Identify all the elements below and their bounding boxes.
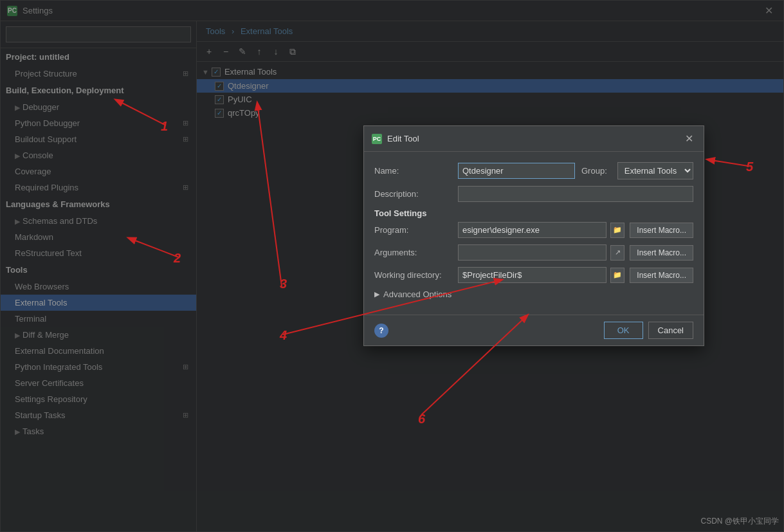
working-dir-label: Working directory:: [374, 270, 458, 280]
working-dir-input-group: 📁: [458, 267, 624, 283]
group-label: Group:: [581, 166, 607, 176]
arguments-row: Arguments: ↗ Insert Macro...: [374, 244, 693, 261]
program-row: Program: 📁 Insert Macro...: [374, 222, 693, 238]
program-label: Program:: [374, 225, 458, 235]
modal-title: Edit Tool: [387, 134, 682, 143]
description-input[interactable]: [458, 186, 693, 202]
ok-button[interactable]: OK: [604, 322, 643, 339]
arguments-input-group: ↗: [458, 244, 624, 261]
help-button[interactable]: ?: [374, 324, 388, 338]
modal-title-bar: PC Edit Tool ✕: [364, 126, 704, 152]
working-dir-input[interactable]: [458, 267, 606, 283]
advanced-options-toggle[interactable]: ▶ Advanced Options: [374, 289, 693, 299]
tool-settings-header: Tool Settings: [374, 208, 693, 218]
name-label: Name:: [374, 166, 458, 176]
advanced-expand-icon: ▶: [374, 290, 379, 298]
working-dir-browse-button[interactable]: 📁: [610, 268, 624, 283]
cancel-button[interactable]: Cancel: [648, 322, 693, 339]
modal-close-button[interactable]: ✕: [682, 131, 696, 146]
description-row: Description:: [374, 186, 693, 202]
description-label: Description:: [374, 189, 458, 199]
arguments-label: Arguments:: [374, 248, 458, 257]
modal-app-icon: PC: [372, 134, 382, 144]
modal-footer: ? OK Cancel: [364, 315, 704, 345]
program-input[interactable]: [458, 222, 606, 238]
arguments-input[interactable]: [458, 244, 606, 261]
program-input-group: 📁: [458, 222, 624, 238]
name-input[interactable]: [458, 163, 575, 179]
program-insert-macro-button[interactable]: Insert Macro...: [630, 223, 693, 238]
modal-overlay: PC Edit Tool ✕ Name: Group: External Too…: [0, 0, 784, 532]
working-dir-row: Working directory: 📁 Insert Macro...: [374, 267, 693, 283]
working-dir-insert-macro-button[interactable]: Insert Macro...: [630, 268, 693, 283]
arguments-insert-macro-button[interactable]: Insert Macro...: [630, 245, 693, 261]
modal-body: Name: Group: External Tools Description:…: [364, 152, 704, 315]
program-browse-button[interactable]: 📁: [610, 223, 624, 238]
name-group-row: Name: Group: External Tools: [374, 162, 693, 179]
arguments-expand-button[interactable]: ↗: [610, 245, 624, 261]
advanced-label: Advanced Options: [383, 289, 451, 299]
edit-tool-modal: PC Edit Tool ✕ Name: Group: External Too…: [363, 125, 704, 346]
group-select[interactable]: External Tools: [617, 162, 693, 179]
